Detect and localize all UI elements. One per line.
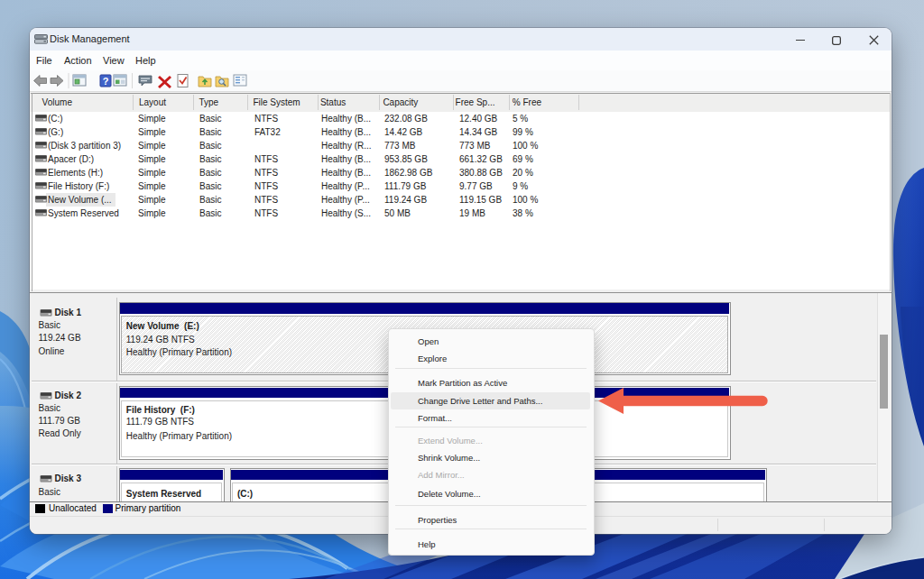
svg-text:?: ? bbox=[103, 76, 109, 87]
